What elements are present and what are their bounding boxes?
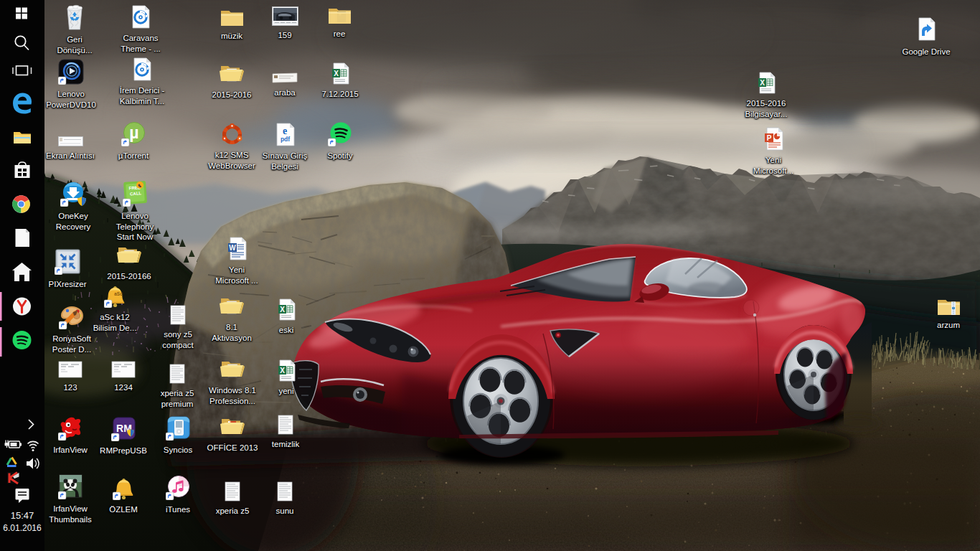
svg-text:CALL: CALL <box>129 191 141 196</box>
svg-text:µ: µ <box>129 123 138 142</box>
svg-text:pdf: pdf <box>280 136 289 143</box>
svg-text:X: X <box>280 306 285 314</box>
svg-text:e: e <box>282 126 286 136</box>
svg-text:aSc: aSc <box>114 291 123 296</box>
svg-text:X: X <box>280 367 285 375</box>
svg-text:W: W <box>229 244 236 252</box>
svg-text:P: P <box>766 134 771 142</box>
svg-text:X: X <box>334 70 339 77</box>
svg-text:X: X <box>760 79 765 87</box>
